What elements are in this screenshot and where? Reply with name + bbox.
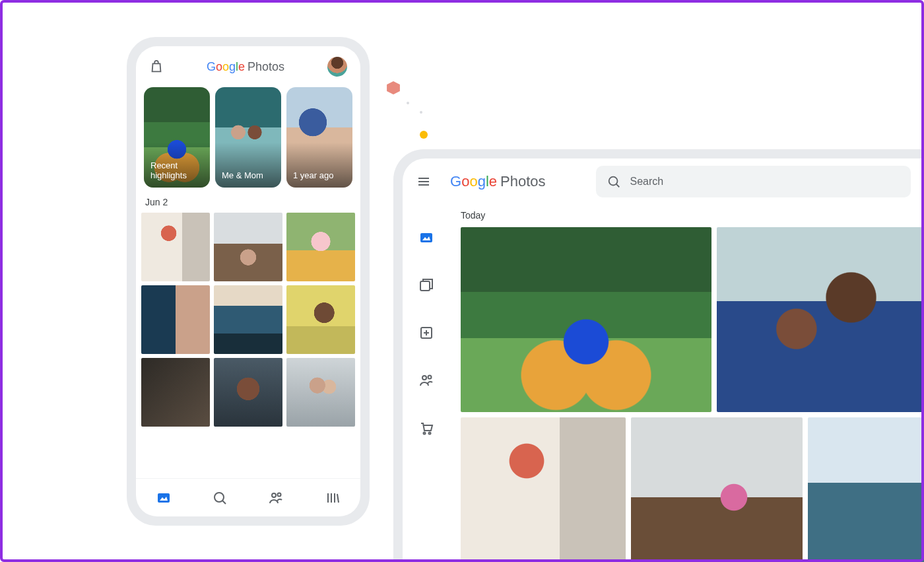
tab-library[interactable]: [325, 490, 341, 506]
memory-label: Me & Mom: [222, 170, 263, 181]
desktop-screen: Google Photos Search: [403, 158, 924, 562]
hamburger-menu-icon[interactable]: [416, 174, 432, 190]
photo-thumbnail[interactable]: [141, 213, 210, 281]
svg-point-22: [428, 376, 432, 379]
svg-point-13: [609, 177, 617, 186]
shopping-bag-icon[interactable]: [149, 59, 164, 74]
photo-thumbnail[interactable]: [286, 285, 355, 354]
decoration-dot: [420, 131, 428, 139]
svg-rect-17: [420, 281, 430, 291]
svg-rect-0: [158, 493, 170, 503]
tab-photos[interactable]: [156, 490, 172, 506]
sidenav-sharing[interactable]: [418, 372, 435, 388]
decoration-hexagon: [386, 81, 401, 94]
date-section-header: Jun 2: [136, 188, 360, 213]
desktop-side-nav: [403, 205, 450, 562]
photo-row: [461, 417, 924, 562]
desktop-device-frame: Google Photos Search: [393, 149, 924, 562]
photo-thumbnail[interactable]: [461, 417, 626, 562]
photo-thumbnail[interactable]: [717, 227, 924, 412]
tab-sharing[interactable]: [267, 490, 284, 506]
svg-line-14: [616, 184, 619, 188]
mobile-screen: Google Photos Recent highlights Me & Mom…: [136, 46, 360, 516]
svg-point-21: [422, 376, 426, 380]
photo-thumbnail[interactable]: [214, 213, 282, 281]
app-logo: Google Photos: [450, 173, 546, 190]
photo-thumbnail[interactable]: [461, 227, 711, 412]
search-icon: [607, 174, 621, 189]
memory-card[interactable]: 1 year ago: [286, 87, 352, 188]
sidenav-photos[interactable]: [418, 230, 434, 246]
photo-thumbnail[interactable]: [631, 417, 803, 562]
svg-point-5: [278, 493, 281, 496]
sidenav-explore[interactable]: [418, 277, 434, 293]
memory-card[interactable]: Recent highlights: [144, 87, 210, 188]
search-placeholder: Search: [630, 176, 664, 188]
mobile-bottom-nav: [136, 478, 360, 516]
svg-line-9: [337, 494, 339, 503]
app-name-suffix: Photos: [248, 60, 284, 74]
memory-label: 1 year ago: [293, 170, 333, 181]
photo-grid: [136, 213, 360, 427]
date-section-header: Today: [461, 210, 924, 221]
svg-line-3: [222, 501, 226, 504]
photo-thumbnail[interactable]: [141, 358, 210, 427]
svg-point-23: [424, 433, 426, 435]
decoration-dot: [407, 102, 409, 104]
sidenav-utilities[interactable]: [418, 325, 434, 341]
decoration-dot: [420, 111, 422, 114]
sidenav-print-store[interactable]: [418, 420, 434, 436]
app-name-suffix: Photos: [500, 173, 546, 190]
svg-rect-15: [420, 233, 432, 242]
photo-thumbnail[interactable]: [286, 358, 355, 427]
photo-row: [461, 227, 924, 412]
svg-point-24: [429, 433, 431, 435]
memories-carousel: Recent highlights Me & Mom 1 year ago: [136, 87, 360, 188]
account-avatar[interactable]: [327, 57, 347, 77]
mobile-app-bar: Google Photos: [136, 46, 360, 87]
photo-thumbnail[interactable]: [214, 285, 282, 354]
photo-thumbnail[interactable]: [214, 358, 282, 427]
photo-thumbnail[interactable]: [808, 417, 924, 562]
photo-thumbnail[interactable]: [286, 213, 355, 281]
svg-point-2: [214, 493, 224, 502]
desktop-app-bar: Google Photos Search: [403, 158, 924, 205]
memory-card[interactable]: Me & Mom: [215, 87, 281, 188]
photo-thumbnail[interactable]: [141, 285, 210, 354]
mobile-device-frame: Google Photos Recent highlights Me & Mom…: [127, 37, 370, 526]
desktop-main: Today: [450, 205, 924, 562]
app-logo: Google Photos: [207, 60, 284, 74]
svg-point-4: [272, 493, 276, 497]
tab-search[interactable]: [212, 490, 228, 506]
memory-label: Recent highlights: [150, 160, 203, 181]
search-input[interactable]: Search: [596, 166, 911, 197]
